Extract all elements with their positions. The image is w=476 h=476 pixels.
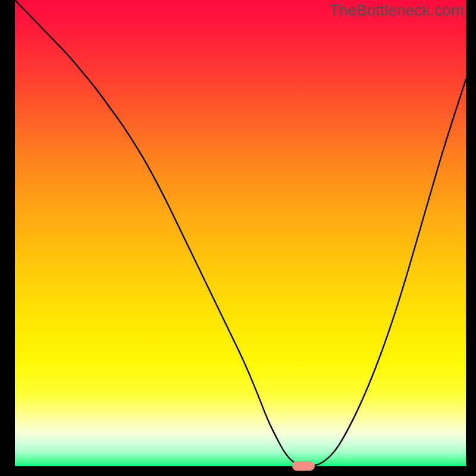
watermark-text: TheBottleneck.com: [330, 1, 464, 20]
minimum-marker: [292, 461, 315, 471]
bottleneck-curve: [15, 0, 466, 466]
chart-plot-area: [15, 0, 466, 466]
